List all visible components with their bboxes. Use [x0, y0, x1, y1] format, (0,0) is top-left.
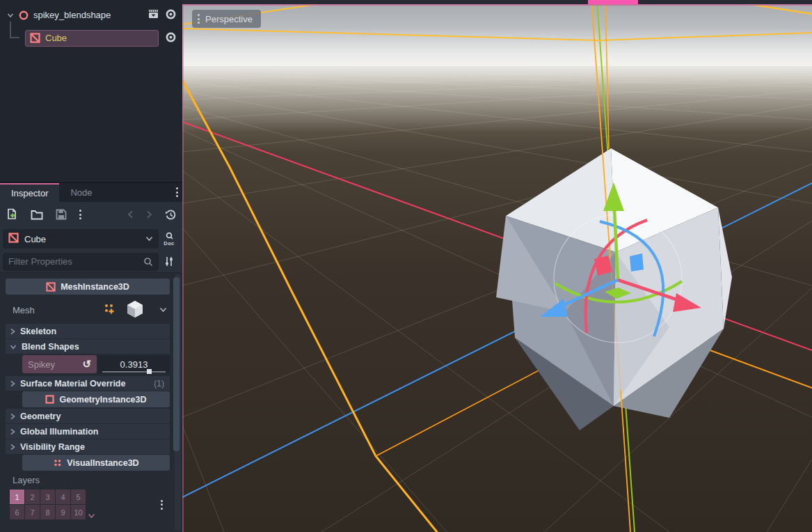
section-geometry[interactable]: Geometry	[6, 409, 170, 423]
blend-shape-value-spinner[interactable]: 0.3913	[98, 355, 170, 373]
section-skeleton[interactable]: Skeleton	[6, 324, 170, 338]
unique-scene-icon[interactable]	[148, 9, 159, 21]
chevron-right-icon	[10, 428, 15, 435]
layer-cell[interactable]: 9	[56, 505, 70, 519]
chevron-down-icon	[10, 344, 17, 350]
save-resource-icon[interactable]	[56, 209, 67, 220]
category-visualinstance3d: VisualInstance3D	[22, 455, 170, 471]
scene-tree-row-root[interactable]: spikey_blendshape	[0, 6, 182, 24]
scene-tree-panel[interactable]: spikey_blendshape	[0, 0, 182, 183]
inspected-object-name: Cube	[24, 234, 145, 244]
layer-cell[interactable]: 4	[56, 490, 70, 504]
layers-editor: 1 2 3 4 5 6 7 8 9 10	[6, 490, 170, 519]
surface-count-badge: (1)	[154, 379, 164, 389]
section-global-illumination[interactable]: Global Illumination	[6, 424, 170, 439]
inspector-toolbar	[0, 202, 182, 227]
chevron-down-icon[interactable]	[159, 307, 167, 313]
perspective-label: Perspective	[205, 14, 253, 24]
perspective-menu-button[interactable]: Perspective	[192, 10, 261, 28]
section-blend-shapes[interactable]: Blend Shapes	[6, 339, 170, 354]
section-visibility-range[interactable]: Visibility Range	[6, 439, 170, 454]
property-tune-icon[interactable]	[159, 256, 180, 267]
resource-extra-menu-icon[interactable]	[79, 210, 81, 219]
filter-properties-box[interactable]	[3, 253, 159, 271]
tree-branch-line	[10, 22, 19, 38]
revert-icon[interactable]: ↺	[82, 358, 91, 370]
blend-shape-name-chip[interactable]: Spikey ↺	[22, 355, 97, 373]
slider-track[interactable]	[102, 371, 166, 373]
selection-highlight-segment	[588, 0, 638, 4]
mesh-instance-3d-icon	[8, 233, 19, 245]
blend-shape-spikey-row: Spikey ↺ 0.3913	[22, 355, 170, 373]
layer-cell[interactable]: 10	[71, 505, 86, 519]
mesh-instance-3d-icon	[46, 282, 56, 292]
selected-node-pill[interactable]: Cube	[25, 30, 159, 47]
layers-expand-chevron-icon[interactable]	[88, 513, 95, 519]
godot-editor: spikey_blendshape	[0, 0, 812, 532]
history-back-icon[interactable]	[127, 210, 134, 219]
horizon-fog	[182, 28, 812, 132]
viewport-canvas[interactable]	[182, 0, 812, 532]
viewport-menu-dots-icon	[198, 14, 200, 24]
layer-cell[interactable]: 8	[40, 505, 55, 519]
section-surface-material-override[interactable]: Surface Material Override (1)	[6, 376, 170, 391]
layers-property-label: Layers	[6, 473, 170, 487]
layer-cell[interactable]: 2	[25, 490, 40, 504]
viewport-focus-border-top	[182, 4, 812, 6]
dock-tab-bar: Inspector Node	[0, 183, 182, 202]
chevron-right-icon	[10, 444, 15, 451]
left-dock: spikey_blendshape	[0, 0, 182, 532]
load-resource-folder-icon[interactable]	[31, 210, 43, 220]
layer-cell[interactable]: 6	[10, 505, 24, 519]
tab-node[interactable]: Node	[59, 183, 103, 202]
layers-menu-icon[interactable]	[161, 500, 163, 510]
inspected-object-row: Cube Doc	[0, 227, 182, 251]
filter-properties-input[interactable]	[8, 256, 143, 267]
mesh-instance-3d-icon	[30, 33, 41, 44]
viewport-top-strip	[182, 0, 812, 4]
expand-chevron-icon[interactable]	[4, 12, 17, 19]
layer-cell[interactable]: 3	[40, 490, 55, 504]
viewport-3d[interactable]: Perspective	[182, 0, 812, 532]
slider-handle[interactable]	[147, 369, 152, 374]
category-meshinstance3d: MeshInstance3D	[6, 279, 170, 295]
scene-tree-row-cube[interactable]: Cube	[0, 29, 182, 47]
gizmo-xy-plane-handle	[630, 253, 644, 272]
search-icon	[143, 257, 153, 267]
node3d-icon	[18, 10, 29, 21]
visibility-eye-icon[interactable]	[165, 31, 177, 45]
inspector-body[interactable]: MeshInstance3D Mesh Skeleton Blend Shape…	[0, 273, 182, 532]
inspected-object-select[interactable]: Cube	[3, 229, 159, 249]
layer-cell[interactable]: 1	[10, 490, 24, 504]
mesh-property-label: Mesh	[13, 305, 102, 315]
chevron-down-icon	[145, 236, 153, 242]
new-resource-icon[interactable]	[6, 208, 18, 221]
root-node-label[interactable]: spikey_blendshape	[33, 10, 148, 20]
chevron-right-icon	[10, 413, 15, 420]
chevron-right-icon	[10, 328, 15, 335]
visual-instance-3d-icon	[53, 458, 62, 467]
edit-history-icon[interactable]	[165, 209, 177, 221]
tab-inspector[interactable]: Inspector	[0, 183, 59, 202]
open-docs-icon[interactable]: Doc	[159, 232, 180, 247]
dock-menu-icon[interactable]	[176, 187, 178, 197]
mesh-resource-thumbnail[interactable]	[126, 299, 144, 321]
visibility-eye-icon[interactable]	[165, 8, 177, 22]
layer-grid[interactable]: 1 2 3 4 5 6 7 8 9 10	[10, 490, 86, 519]
history-forward-icon[interactable]	[146, 210, 152, 219]
category-geometryinstance3d: GeometryInstance3D	[22, 391, 170, 407]
inspector-scrollbar[interactable]	[175, 274, 181, 531]
mesh-property-row[interactable]: Mesh	[6, 296, 170, 324]
geometry-instance-3d-icon	[45, 395, 54, 404]
cube-node-label[interactable]: Cube	[45, 33, 67, 43]
viewport-focus-border-left	[182, 6, 184, 532]
layer-cell[interactable]: 5	[71, 490, 86, 504]
filter-row	[0, 251, 182, 273]
layer-cell[interactable]: 7	[25, 505, 40, 519]
blend-shape-key-icon[interactable]	[102, 302, 116, 318]
chevron-right-icon	[10, 380, 15, 387]
